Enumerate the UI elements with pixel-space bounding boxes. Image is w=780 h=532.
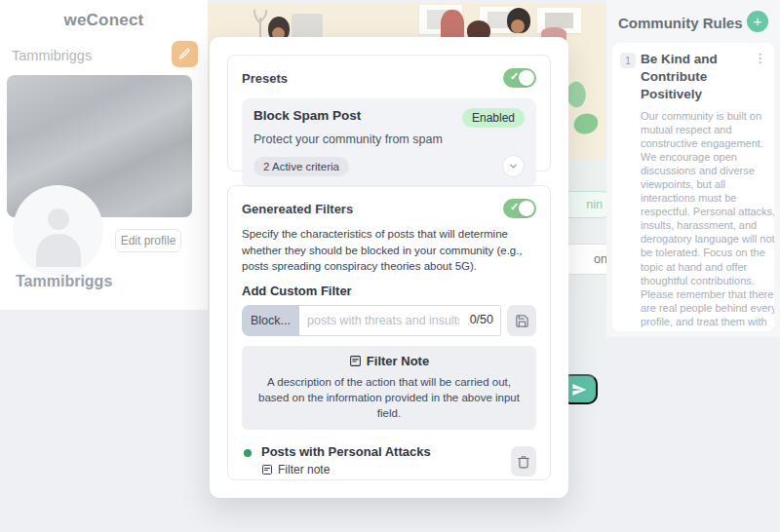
presets-toggle[interactable]: ✓ <box>503 68 536 88</box>
pencil-icon <box>178 48 191 60</box>
action-pill-text: on <box>594 252 607 266</box>
trash-icon <box>517 455 530 469</box>
filter-note-title: Filter Note <box>367 354 429 368</box>
toggle-check-icon: ✓ <box>510 70 519 83</box>
active-criteria-pill: 2 Active criteria <box>254 157 349 176</box>
profile-name-value: Tammibriggs <box>12 48 92 63</box>
preset-card-block-spam: Block Spam Post Enabled Protect your com… <box>242 98 536 187</box>
toggle-knob <box>519 70 534 86</box>
edit-profile-button[interactable]: Edit profile <box>115 229 181 252</box>
filter-note-body: A description of the action that will be… <box>252 374 526 421</box>
rule-number-badge: 1 <box>620 53 636 68</box>
page-background: nin on weConect Tammibriggs Edit profile… <box>0 0 780 532</box>
profile-display-name: Tammibriggs <box>16 273 112 290</box>
add-rule-button[interactable]: + <box>747 11 768 32</box>
avatar-person-icon <box>48 209 69 230</box>
profile-sidebar: weConect Tammibriggs Edit profile Tammib… <box>0 0 208 310</box>
char-counter: 0/50 <box>470 313 493 326</box>
save-floppy-icon <box>515 314 529 328</box>
filter-item-note-row: Filter note <box>261 463 330 476</box>
admin-badge-text: nin <box>586 198 603 211</box>
moderation-settings-modal: Presets ✓ Block Spam Post Enabled Protec… <box>210 37 568 498</box>
rule-kebab-menu-icon[interactable]: ⋮ <box>752 51 768 65</box>
profile-name-field[interactable]: Tammibriggs <box>0 39 208 72</box>
custom-filter-input-row: Block... 0/50 <box>242 305 536 336</box>
add-custom-filter-label: Add Custom Filter <box>242 284 536 298</box>
chevron-down-icon <box>508 161 519 171</box>
generated-filters-section: Genereated Filters ✓ Specify the charact… <box>227 185 551 480</box>
note-icon <box>349 355 362 367</box>
delete-filter-button[interactable] <box>511 446 536 476</box>
avatar-person-body <box>36 234 81 267</box>
paper-plane-icon <box>571 382 587 398</box>
filter-note-title-row: Filter Note <box>349 354 429 368</box>
toggle-knob <box>519 201 534 216</box>
note-icon <box>261 464 273 475</box>
banner-leaf <box>572 110 601 136</box>
preset-title: Block Spam Post <box>254 108 361 123</box>
rule-body-text: Our community is built on mutual respect… <box>641 109 774 331</box>
save-filter-button[interactable] <box>507 305 536 336</box>
app-title: weConect <box>0 0 208 30</box>
edit-name-button[interactable] <box>172 41 198 67</box>
filters-description: Specify the characteristics of posts tha… <box>242 226 536 275</box>
active-filter-dot <box>244 449 252 457</box>
filters-toggle[interactable]: ✓ <box>503 199 536 218</box>
filters-section-title: Genereated Filters <box>242 202 353 216</box>
toggle-check-icon: ✓ <box>510 201 519 213</box>
presets-section: Presets ✓ Block Spam Post Enabled Protec… <box>227 55 551 171</box>
filter-item-note-label: Filter note <box>278 463 330 476</box>
community-rules-panel: Community Rules + 1 Be Kind and Contribu… <box>606 0 780 337</box>
enabled-status-badge: Enabled <box>462 108 525 128</box>
avatar <box>13 185 103 276</box>
banner-person-face <box>511 19 525 33</box>
rule-card: 1 Be Kind and Contribute Positively ⋮ Ou… <box>612 43 774 331</box>
rules-header: Community Rules + <box>606 0 780 41</box>
presets-section-title: Presets <box>242 71 288 86</box>
filter-note-info-box: Filter Note A description of the action … <box>242 346 536 430</box>
expand-preset-button[interactable] <box>502 155 525 177</box>
preset-description: Protect your community from spam <box>254 133 525 146</box>
filter-list-item: Posts with Personal Attacks Filter note … <box>242 444 536 480</box>
rule-title: Be Kind and Contribute Positively <box>641 51 752 104</box>
filter-prefix-label: Block... <box>242 305 299 336</box>
rules-panel-title: Community Rules <box>618 15 743 31</box>
filter-item-title: Posts with Personal Attacks <box>261 444 511 459</box>
